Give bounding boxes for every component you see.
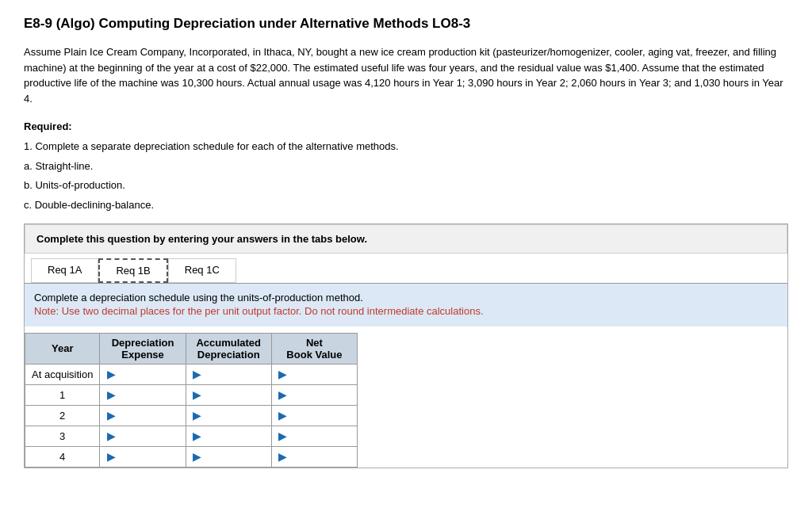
net-book-year3-input[interactable] <box>289 430 352 442</box>
tab-note-text: Note: Use two decimal places for the per… <box>34 305 778 317</box>
accum-dep-at-acquisition-input[interactable] <box>203 368 266 380</box>
year-4: 4 <box>25 446 100 467</box>
year-2: 2 <box>25 405 100 426</box>
depreciation-table: Year DepreciationExpense AccumulatedDepr… <box>25 333 358 468</box>
table-row: 2 ▶ ▶ ▶ <box>25 405 358 426</box>
net-book-at-acquisition-input[interactable] <box>289 368 352 380</box>
table-wrapper: Year DepreciationExpense AccumulatedDepr… <box>25 333 787 468</box>
tab-req1a[interactable]: Req 1A <box>31 258 98 283</box>
method-b: b. Units-of-production. <box>24 178 788 194</box>
dep-expense-year1[interactable]: ▶ <box>100 384 186 405</box>
net-book-year1-input[interactable] <box>289 389 352 401</box>
method-c: c. Double-declining-balance. <box>24 197 788 214</box>
tab-req1b[interactable]: Req 1B <box>98 258 167 283</box>
net-book-at-acquisition[interactable]: ▶ <box>271 364 357 384</box>
table-row: At acquisition ▶ ▶ ▶ <box>25 364 358 384</box>
net-book-year1[interactable]: ▶ <box>271 384 357 405</box>
accum-dep-year2-input[interactable] <box>203 410 266 422</box>
table-row: 4 ▶ ▶ ▶ <box>25 446 358 467</box>
tab-content: Complete a depreciation schedule using t… <box>25 284 787 326</box>
net-book-year2[interactable]: ▶ <box>271 405 357 426</box>
dep-expense-year2-input[interactable] <box>117 410 181 422</box>
net-book-year4[interactable]: ▶ <box>271 446 357 467</box>
tabs-container: Req 1A Req 1B Req 1C <box>25 254 787 284</box>
page-title: E8-9 (Algo) Computing Depreciation under… <box>24 16 788 32</box>
dep-expense-year4-input[interactable] <box>117 451 181 463</box>
accum-dep-year3[interactable]: ▶ <box>186 426 271 446</box>
table-row: 1 ▶ ▶ ▶ <box>25 384 358 405</box>
year-3: 3 <box>25 426 100 446</box>
accum-dep-year3-input[interactable] <box>203 430 266 442</box>
year-1: 1 <box>25 384 100 405</box>
accum-dep-year2[interactable]: ▶ <box>186 405 271 426</box>
dep-expense-year2[interactable]: ▶ <box>100 405 186 426</box>
net-book-year3[interactable]: ▶ <box>271 426 357 446</box>
table-row: 3 ▶ ▶ ▶ <box>25 426 358 446</box>
accum-dep-year1[interactable]: ▶ <box>186 384 271 405</box>
accum-dep-at-acquisition[interactable]: ▶ <box>186 364 271 384</box>
accum-dep-year1-input[interactable] <box>203 389 266 401</box>
method-a: a. Straight-line. <box>24 158 788 175</box>
required-item: 1. Complete a separate depreciation sche… <box>24 139 788 155</box>
instruction-box: Complete this question by entering your … <box>25 224 787 254</box>
col-year: Year <box>25 333 100 364</box>
accum-dep-year4-input[interactable] <box>203 451 266 463</box>
accum-dep-year4[interactable]: ▶ <box>186 446 271 467</box>
net-book-year4-input[interactable] <box>289 451 352 463</box>
col-accum-dep: AccumulatedDepreciation <box>186 333 271 364</box>
dep-expense-year1-input[interactable] <box>117 389 181 401</box>
tab-req1c[interactable]: Req 1C <box>168 258 236 283</box>
table-header-row: Year DepreciationExpense AccumulatedDepr… <box>25 333 358 364</box>
required-section: Required: 1. Complete a separate depreci… <box>24 119 788 214</box>
outer-box: Complete this question by entering your … <box>24 223 788 468</box>
col-dep-expense: DepreciationExpense <box>100 333 186 364</box>
required-label: Required: <box>24 120 72 132</box>
dep-expense-at-acquisition[interactable]: ▶ <box>100 364 186 384</box>
dep-expense-at-acquisition-input[interactable] <box>117 368 181 380</box>
dep-expense-year4[interactable]: ▶ <box>100 446 186 467</box>
year-at-acquisition: At acquisition <box>25 364 100 384</box>
dep-expense-year3[interactable]: ▶ <box>100 426 186 446</box>
problem-text: Assume Plain Ice Cream Company, Incorpor… <box>24 44 788 106</box>
net-book-year2-input[interactable] <box>289 410 352 422</box>
dep-expense-year3-input[interactable] <box>117 430 181 442</box>
tab-main-text: Complete a depreciation schedule using t… <box>34 292 778 303</box>
col-net-book: NetBook Value <box>271 333 357 364</box>
